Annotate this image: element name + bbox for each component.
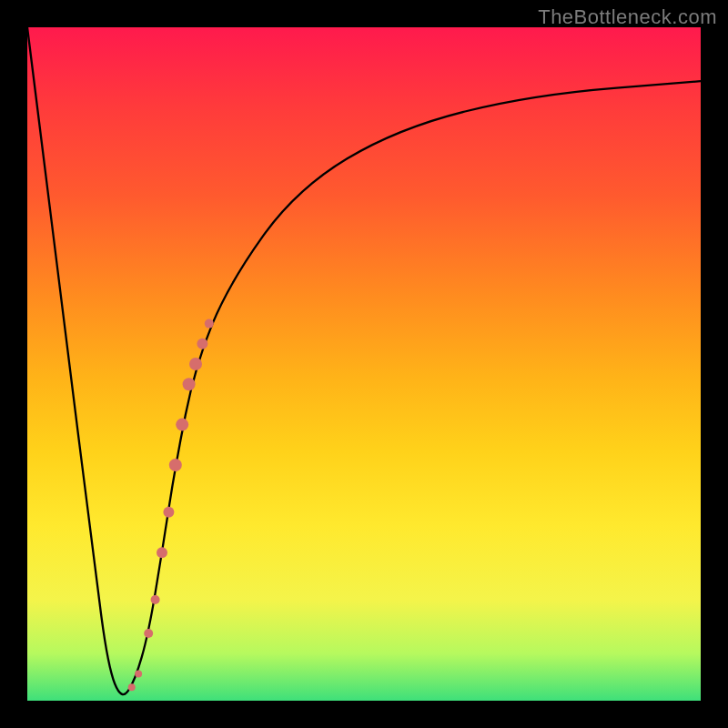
highlight-point: [151, 595, 160, 604]
curve-layer: [27, 27, 701, 701]
highlight-point: [176, 419, 188, 431]
highlighted-points: [128, 319, 214, 692]
highlight-point: [128, 683, 136, 691]
highlight-point: [157, 547, 167, 558]
highlight-point: [144, 629, 153, 638]
plot-area: [27, 27, 701, 701]
highlight-point: [169, 459, 182, 471]
bottleneck-curve: [27, 27, 701, 694]
highlight-point: [163, 507, 174, 518]
highlight-point: [183, 378, 196, 390]
chart-frame: TheBottleneck.com: [0, 0, 728, 728]
highlight-point: [205, 319, 214, 329]
watermark-text: TheBottleneck.com: [538, 5, 717, 29]
highlight-point: [135, 670, 142, 677]
highlight-point: [197, 339, 207, 349]
highlight-point: [189, 358, 202, 370]
